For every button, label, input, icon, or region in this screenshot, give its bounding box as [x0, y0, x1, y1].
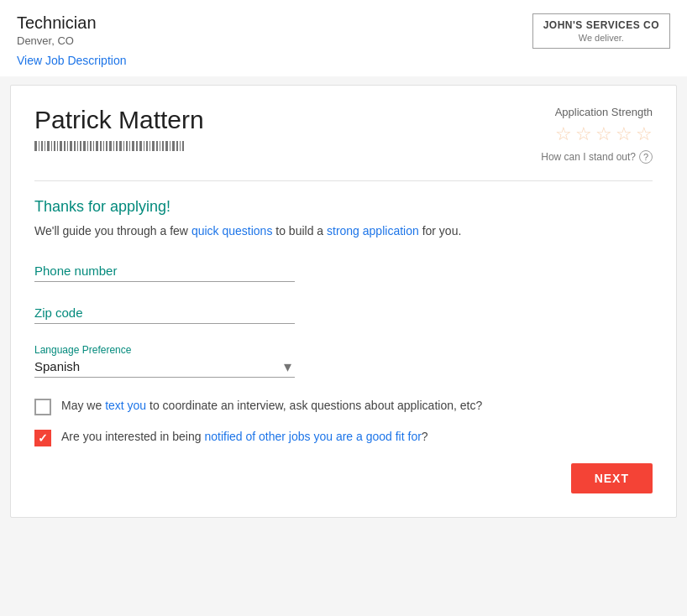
thanks-text: We'll guide you through a few quick ques…	[34, 222, 653, 240]
barcode-bar	[96, 141, 98, 151]
text-consent-label: May we text you to coordinate an intervi…	[61, 398, 482, 415]
company-name: JOHN'S SERVICES CO	[543, 19, 659, 31]
page-header: Technician Denver, CO View Job Descripti…	[0, 0, 687, 76]
language-field: Language Preference Spanish English ▾	[34, 344, 295, 378]
barcode-bar	[64, 141, 66, 151]
star-2: ☆	[575, 123, 592, 145]
barcode-bar	[90, 141, 92, 151]
how-stand-out-text: How can I stand out?	[541, 151, 636, 163]
how-stand-out[interactable]: How can I stand out? ?	[541, 150, 653, 164]
stars-container: ☆ ☆ ☆ ☆ ☆	[541, 123, 653, 145]
barcode-bar	[70, 141, 72, 151]
barcode-bar	[149, 141, 150, 151]
barcode-bar	[146, 141, 148, 151]
barcode-bar	[100, 141, 102, 151]
barcode-bar	[77, 141, 78, 151]
barcode-bar	[93, 141, 94, 151]
barcode-bar	[45, 141, 45, 151]
phone-input[interactable]	[34, 260, 295, 282]
job-notifications-checkbox[interactable]: ✓	[34, 430, 51, 446]
barcode-bar	[182, 141, 184, 151]
job-notifications-row: ✓ Are you interested in being notified o…	[34, 429, 653, 446]
barcode-bar	[80, 141, 81, 151]
profile-name: Patrick Mattern	[34, 106, 204, 134]
language-select[interactable]: Spanish English	[34, 359, 295, 373]
strength-label: Application Strength	[541, 106, 653, 118]
language-label: Language Preference	[34, 344, 295, 356]
job-location: Denver, CO	[17, 34, 126, 47]
barcode-bar	[172, 141, 175, 151]
checkmark-icon: ✓	[38, 432, 48, 444]
thanks-plain-1: We'll guide you through a few	[34, 224, 191, 238]
barcode-bar	[113, 141, 114, 151]
zip-input[interactable]	[34, 302, 295, 324]
barcode-bar	[176, 141, 178, 151]
company-tagline: We deliver.	[543, 33, 659, 43]
thanks-highlight-1: quick questions	[191, 224, 273, 238]
star-4: ☆	[616, 123, 632, 145]
barcode-bar	[51, 141, 52, 151]
barcode-bar	[54, 141, 55, 151]
text-consent-highlight: text you	[105, 399, 146, 412]
profile-left: Patrick Mattern	[34, 106, 204, 151]
thanks-heading: Thanks for applying!	[34, 198, 653, 216]
barcode-bar	[139, 141, 142, 151]
barcode-bar	[136, 141, 138, 151]
barcode-bar	[132, 141, 134, 151]
barcode-bar	[144, 141, 144, 151]
barcode-bar	[126, 141, 128, 151]
barcode-bar	[39, 141, 39, 151]
barcode-bar	[165, 141, 168, 151]
thanks-middle: to build a	[272, 224, 327, 238]
main-card: Patrick Mattern	[10, 85, 677, 518]
barcode-bar	[152, 141, 155, 151]
next-button[interactable]: NEXT	[571, 463, 653, 493]
job-title: Technician	[17, 13, 126, 33]
barcode-bar	[129, 141, 130, 151]
question-icon[interactable]: ?	[639, 150, 653, 164]
barcode-bar	[170, 141, 170, 151]
barcode-bar	[41, 141, 43, 151]
barcode-bar	[109, 141, 112, 151]
barcode-bar	[83, 141, 86, 151]
barcode-bar	[87, 141, 88, 151]
thanks-section: Thanks for applying! We'll guide you thr…	[34, 198, 653, 240]
barcode-bar	[162, 141, 164, 151]
job-info: Technician Denver, CO View Job Descripti…	[17, 13, 126, 68]
thanks-end: for you.	[419, 224, 462, 238]
barcode-bar	[57, 141, 58, 151]
text-consent-checkbox[interactable]	[34, 399, 51, 415]
profile-section: Patrick Mattern	[34, 106, 653, 181]
job-notifications-label: Are you interested in being notified of …	[61, 429, 428, 446]
barcode-bar	[60, 141, 62, 151]
zip-field	[34, 302, 653, 324]
star-1: ☆	[555, 123, 572, 145]
button-row: NEXT	[34, 463, 653, 493]
barcode-bar	[116, 141, 118, 151]
application-strength: Application Strength ☆ ☆ ☆ ☆ ☆ How can I…	[541, 106, 653, 164]
star-3: ☆	[595, 123, 612, 145]
thanks-highlight-2: strong application	[327, 224, 419, 238]
barcode-bar	[47, 141, 50, 151]
text-consent-row: May we text you to coordinate an intervi…	[34, 398, 653, 415]
company-logo: JOHN'S SERVICES CO We deliver.	[532, 13, 670, 49]
barcode-bar	[34, 141, 37, 151]
barcode-bar	[160, 141, 160, 151]
barcode-bar	[106, 141, 108, 151]
barcode-bar	[119, 141, 122, 151]
barcode-bar	[67, 141, 68, 151]
job-notifications-highlight: notified of other jobs you are a good fi…	[204, 430, 421, 443]
star-5: ☆	[636, 123, 653, 145]
barcode-bar	[156, 141, 158, 151]
language-dropdown-wrapper: Spanish English ▾	[34, 359, 295, 378]
view-job-link[interactable]: View Job Description	[17, 54, 126, 67]
phone-field	[34, 260, 653, 282]
profile-barcode	[34, 141, 204, 151]
barcode-bar	[180, 141, 181, 151]
barcode-bar	[103, 141, 104, 151]
barcode-bar	[123, 141, 124, 151]
barcode-bar	[74, 141, 76, 151]
